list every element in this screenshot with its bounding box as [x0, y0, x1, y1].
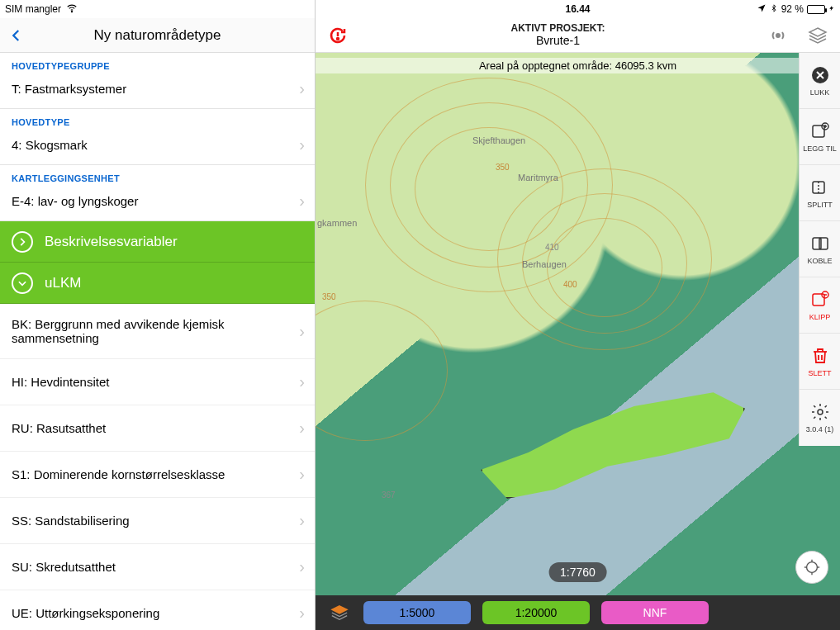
tool-koble[interactable]: KOBLE	[800, 221, 840, 277]
back-button[interactable]	[0, 18, 33, 53]
row-hovedtypegruppe[interactable]: T: Fastmarksystemer ›	[0, 73, 315, 109]
layers-button[interactable]	[804, 21, 832, 50]
chevron-right-icon: ›	[299, 419, 305, 438]
location-icon	[757, 3, 766, 16]
svg-marker-26	[332, 606, 347, 613]
variable-label: BK: Berggrunn med avvikende kjemisk samm…	[12, 317, 299, 345]
chevron-right-icon: ›	[299, 604, 305, 623]
chevron-right-icon: ›	[299, 511, 305, 530]
tool-settings[interactable]: 3.0.4 (1)	[800, 390, 840, 446]
broadcast-button[interactable]	[764, 21, 792, 50]
row-hovedtype[interactable]: 4: Skogsmark ›	[0, 129, 315, 165]
variable-label: RU: Rasutsatthet	[12, 421, 106, 435]
expand-down-icon	[12, 272, 33, 294]
section-label-kartleggingsenhet: KARTLEGGINGSENHET	[0, 165, 315, 185]
left-panel: SIM mangler Ny naturområdetype HOVEDTYPE…	[0, 0, 316, 630]
tool-slett-label: SLETT	[808, 369, 831, 377]
scale-5000-button[interactable]: 1:5000	[363, 601, 471, 624]
area-banner: Areal på opptegnet område: 46095.3 kvm	[316, 58, 840, 73]
tool-dock: LUKK LEGG TIL SPLITT KOBLE KLIPP SLETT	[799, 53, 840, 446]
svg-point-3	[776, 34, 780, 37]
wifi-icon	[66, 2, 78, 17]
variable-label: UE: Uttørkingseksponering	[12, 606, 159, 620]
nnf-button[interactable]: NNF	[601, 601, 709, 624]
variable-row[interactable]: RU: Rasutsatthet ›	[0, 405, 315, 452]
section-label-hovedtypegruppe: HOVEDTYPEGRUPPE	[0, 53, 315, 73]
svg-point-5	[807, 562, 818, 573]
chevron-right-icon: ›	[299, 192, 305, 211]
row-kartleggingsenhet[interactable]: E-4: lav- og lyngskoger ›	[0, 185, 315, 221]
variable-label: S1: Dominerende kornstørrelsesklasse	[12, 467, 225, 481]
locate-button[interactable]	[795, 551, 828, 584]
variable-label: SS: Sandstabilisering	[12, 514, 130, 528]
svg-rect-17	[813, 182, 824, 193]
tool-splitt[interactable]: SPLITT	[800, 165, 840, 221]
battery-icon	[807, 5, 825, 14]
map-canvas[interactable]: Skjefthaugen Maritmyra Berhaugen gkammen…	[316, 53, 840, 595]
status-bar-right: 16.44 92 %	[316, 0, 840, 18]
scale-5000-label: 1:5000	[400, 606, 435, 619]
current-scale-pill: 1:7760	[548, 562, 607, 582]
svg-point-0	[71, 11, 72, 12]
row-ulkm-label: uLKM	[45, 275, 81, 291]
left-header: Ny naturområdetype	[0, 18, 315, 53]
project-title-label: AKTIVT PROSJEKT:	[352, 23, 764, 35]
row-ulkm[interactable]: uLKM	[0, 263, 315, 304]
left-panel-title: Ny naturområdetype	[0, 27, 315, 44]
chevron-right-icon: ›	[299, 322, 305, 341]
left-scroll-area[interactable]: HOVEDTYPEGRUPPE T: Fastmarksystemer › HO…	[0, 53, 315, 630]
svg-marker-4	[809, 28, 826, 36]
chevron-right-icon: ›	[299, 465, 305, 484]
right-panel: 16.44 92 % AKTIVT PROSJEKT: Bvrute-1	[316, 0, 840, 630]
scale-20000-label: 1:20000	[515, 606, 558, 619]
tool-slett[interactable]: SLETT	[800, 334, 840, 390]
variable-row[interactable]: SU: Skredutsatthet ›	[0, 544, 315, 590]
tool-lukk[interactable]: LUKK	[800, 53, 840, 109]
variable-row[interactable]: S1: Dominerende kornstørrelsesklasse ›	[0, 452, 315, 498]
tool-klipp-label: KLIPP	[809, 313, 831, 321]
row-hovedtype-value: 4: Skogsmark	[12, 138, 88, 152]
tool-legg-til[interactable]: LEGG TIL	[800, 109, 840, 165]
svg-point-2	[337, 38, 339, 40]
chevron-right-icon: ›	[299, 135, 305, 154]
tool-klipp[interactable]: KLIPP	[800, 277, 840, 334]
expand-right-icon	[12, 231, 33, 253]
scale-20000-button[interactable]: 1:20000	[482, 601, 590, 624]
chevron-right-icon: ›	[299, 372, 305, 391]
map-background	[316, 53, 840, 595]
variable-row[interactable]: UE: Uttørkingseksponering ›	[0, 590, 315, 630]
tool-version-label: 3.0.4 (1)	[806, 425, 834, 433]
status-icons: 92 %	[757, 3, 835, 16]
status-bar-left: SIM mangler	[0, 0, 315, 18]
row-kartleggingsenhet-value: E-4: lav- og lyngskoger	[12, 194, 138, 208]
chevron-right-icon: ›	[299, 79, 305, 98]
network-status: SIM mangler	[5, 3, 61, 15]
variable-label: SU: Skredutsatthet	[12, 560, 116, 574]
project-title-block: AKTIVT PROSJEKT: Bvrute-1	[352, 23, 764, 48]
battery-pct: 92 %	[781, 3, 804, 15]
row-hovedtypegruppe-value: T: Fastmarksystemer	[12, 82, 126, 96]
sync-button[interactable]	[324, 21, 352, 50]
row-beskrivelsesvariabler-label: Beskrivelsesvariabler	[45, 234, 178, 250]
project-name: Bvrute-1	[352, 34, 764, 47]
tool-legg-til-label: LEGG TIL	[803, 144, 836, 153]
top-bar: AKTIVT PROSJEKT: Bvrute-1	[316, 18, 840, 53]
variable-label: HI: Hevdintensitet	[12, 375, 109, 389]
variable-row[interactable]: HI: Hevdintensitet ›	[0, 359, 315, 405]
charging-icon	[828, 3, 835, 16]
nnf-label: NNF	[643, 606, 667, 619]
section-label-hovedtype: HOVEDTYPE	[0, 109, 315, 129]
chevron-right-icon: ›	[299, 557, 305, 576]
bottom-bar: 1:5000 1:20000 NNF	[316, 595, 840, 630]
svg-point-25	[818, 410, 823, 414]
bottom-layers-button[interactable]	[327, 600, 352, 625]
tool-splitt-label: SPLITT	[807, 201, 833, 209]
row-beskrivelsesvariabler[interactable]: Beskrivelsesvariabler	[0, 221, 315, 263]
bluetooth-icon	[770, 3, 778, 16]
tool-lukk-label: LUKK	[810, 88, 830, 97]
variable-row[interactable]: BK: Berggrunn med avvikende kjemisk samm…	[0, 304, 315, 359]
tool-koble-label: KOBLE	[807, 257, 832, 265]
variable-row[interactable]: SS: Sandstabilisering ›	[0, 498, 315, 544]
